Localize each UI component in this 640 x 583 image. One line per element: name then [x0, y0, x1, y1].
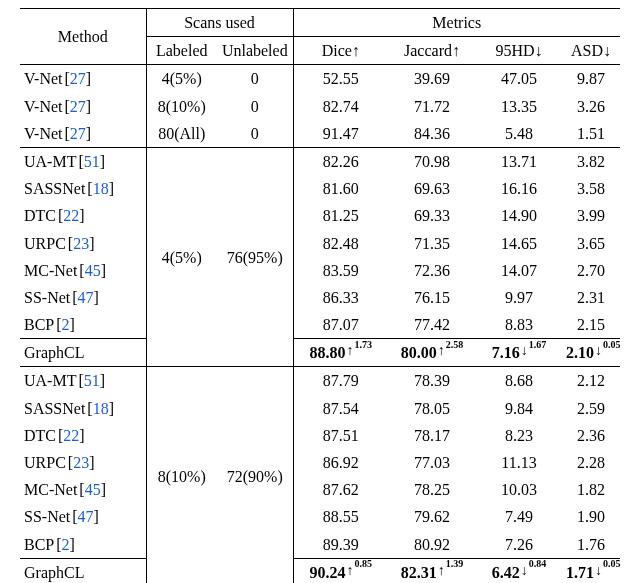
metric-jaccard: 69.63 — [388, 175, 476, 202]
method-cite: [27] — [65, 122, 92, 145]
metric-jaccard: 78.25 — [388, 476, 476, 503]
unlabeled-cell: 76(95%) — [217, 147, 293, 367]
metric-asd: 3.82 — [562, 147, 620, 175]
table-row: URPC [23] 82.48 71.35 14.65 3.65 — [20, 230, 620, 257]
method-cite: [23] — [68, 232, 95, 255]
table-row: BCP [2] 89.39 80.92 7.26 1.76 — [20, 531, 620, 559]
arrow-down-icon: ↓ — [520, 341, 529, 361]
method-name: MC-Net — [24, 259, 77, 282]
metric-asd: 2.70 — [562, 257, 620, 284]
metric-95hd: 8.23 — [476, 422, 562, 449]
table-row: MC-Net [45] 83.59 72.36 14.07 2.70 — [20, 257, 620, 284]
method-cell: GraphCL — [20, 339, 146, 367]
metric-95hd: 8.83 — [476, 311, 562, 339]
table-row: SASSNet [18] 87.54 78.05 9.84 2.59 — [20, 395, 620, 422]
method-cite: [27] — [65, 95, 92, 118]
method-cell: BCP [2] — [20, 531, 146, 559]
metric-asd: 9.87 — [562, 65, 620, 93]
table-row: URPC [23] 86.92 77.03 11.13 2.28 — [20, 449, 620, 476]
metric-dice: 87.07 — [293, 311, 388, 339]
table-row: DTC [22] 87.51 78.17 8.23 2.36 — [20, 422, 620, 449]
metric-asd: 3.58 — [562, 175, 620, 202]
arrow-up-icon: ↑ — [346, 341, 355, 361]
arrow-up-icon: ↑ — [437, 561, 446, 581]
table-row: BCP [2] 87.07 77.42 8.83 2.15 — [20, 311, 620, 339]
method-cite: [2] — [56, 533, 75, 556]
metric-asd: 1.82 — [562, 476, 620, 503]
method-name: SASSNet — [24, 397, 85, 420]
method-name: UA-MT — [24, 150, 76, 173]
metric-95hd: 13.35 — [476, 93, 562, 120]
metric-95hd: 9.97 — [476, 284, 562, 311]
metric-95hd: 14.07 — [476, 257, 562, 284]
method-cell: BCP [2] — [20, 311, 146, 339]
metric-jaccard: 80.92 — [388, 531, 476, 559]
unlabeled-cell: 0 — [217, 93, 293, 120]
method-name: V-Net — [24, 122, 63, 145]
table-row: V-Net [27] 4(5%) 0 52.55 39.69 47.05 9.8… — [20, 65, 620, 93]
table-row: MC-Net [45] 87.62 78.25 10.03 1.82 — [20, 476, 620, 503]
method-name: SASSNet — [24, 177, 85, 200]
labeled-cell: 8(10%) — [146, 367, 217, 583]
metric-95hd: 10.03 — [476, 476, 562, 503]
method-cell: SS-Net [47] — [20, 503, 146, 530]
metric-dice: 81.25 — [293, 202, 388, 229]
metric-jaccard: 77.42 — [388, 311, 476, 339]
table-row: V-Net [27] 80(All) 0 91.47 84.36 5.48 1.… — [20, 120, 620, 148]
metric-asd: 1.90 — [562, 503, 620, 530]
metric-asd: 2.36 — [562, 422, 620, 449]
col-unlabeled: Unlabeled — [217, 37, 293, 65]
metric-asd: 2.28 — [562, 449, 620, 476]
metric-95hd: 14.65 — [476, 230, 562, 257]
metric-jaccard: 76.15 — [388, 284, 476, 311]
metric-95hd: 16.16 — [476, 175, 562, 202]
arrow-up-icon: ↑ — [437, 341, 446, 361]
table-row: SS-Net [47] 86.33 76.15 9.97 2.31 — [20, 284, 620, 311]
method-cell: DTC [22] — [20, 202, 146, 229]
method-cite: [18] — [87, 397, 114, 420]
arrow-down-icon: ↓ — [520, 561, 529, 581]
metric-95hd: 47.05 — [476, 65, 562, 93]
method-cell: URPC [23] — [20, 449, 146, 476]
metric-dice: 52.55 — [293, 65, 388, 93]
method-name: SS-Net — [24, 286, 70, 309]
metric-asd: 3.99 — [562, 202, 620, 229]
metric-jaccard: 71.72 — [388, 93, 476, 120]
metric-dice: 89.39 — [293, 531, 388, 559]
metric-jaccard: 78.05 — [388, 395, 476, 422]
metric-dice: 86.92 — [293, 449, 388, 476]
method-cite: [45] — [79, 259, 106, 282]
metric-jaccard: 71.35 — [388, 230, 476, 257]
method-cite: [2] — [56, 313, 75, 336]
metric-dice: 91.47 — [293, 120, 388, 148]
metric-dice: 88.80↑1.73 — [293, 339, 388, 367]
method-cell: URPC [23] — [20, 230, 146, 257]
method-name: V-Net — [24, 67, 63, 90]
col-jaccard: Jaccard↑ — [388, 37, 476, 65]
method-cell: MC-Net [45] — [20, 476, 146, 503]
metric-95hd: 7.26 — [476, 531, 562, 559]
labeled-cell: 4(5%) — [146, 65, 217, 93]
labeled-cell: 4(5%) — [146, 147, 217, 367]
metric-dice: 86.33 — [293, 284, 388, 311]
table-header-row: Method Scans used Metrics — [20, 9, 620, 37]
table-row: V-Net [27] 8(10%) 0 82.74 71.72 13.35 3.… — [20, 93, 620, 120]
unlabeled-cell: 0 — [217, 65, 293, 93]
metric-dice: 82.26 — [293, 147, 388, 175]
table-row: SS-Net [47] 88.55 79.62 7.49 1.90 — [20, 503, 620, 530]
method-name: UA-MT — [24, 369, 76, 392]
metric-95hd: 13.71 — [476, 147, 562, 175]
method-name: URPC — [24, 232, 66, 255]
method-cite: [47] — [72, 286, 99, 309]
method-cite: [22] — [58, 204, 85, 227]
metric-dice: 87.62 — [293, 476, 388, 503]
metric-95hd: 11.13 — [476, 449, 562, 476]
metric-jaccard: 78.39 — [388, 367, 476, 395]
table-row: UA-MT [51] 4(5%) 76(95%) 82.26 70.98 13.… — [20, 147, 620, 175]
unlabeled-cell: 0 — [217, 120, 293, 148]
metric-asd: 2.59 — [562, 395, 620, 422]
metric-95hd: 7.16↓1.67 — [476, 339, 562, 367]
method-cell: UA-MT [51] — [20, 147, 146, 175]
method-cite: [51] — [78, 150, 105, 173]
col-metrics: Metrics — [293, 9, 620, 37]
